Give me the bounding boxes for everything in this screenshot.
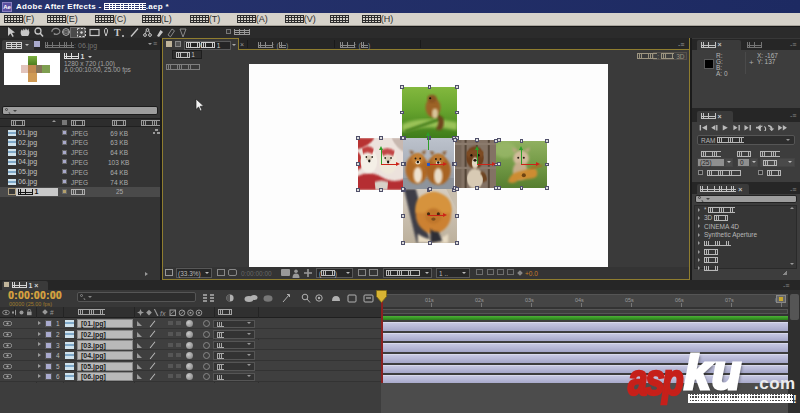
svg-text:T: T <box>114 27 121 38</box>
svg-text:fx: fx <box>160 309 166 316</box>
